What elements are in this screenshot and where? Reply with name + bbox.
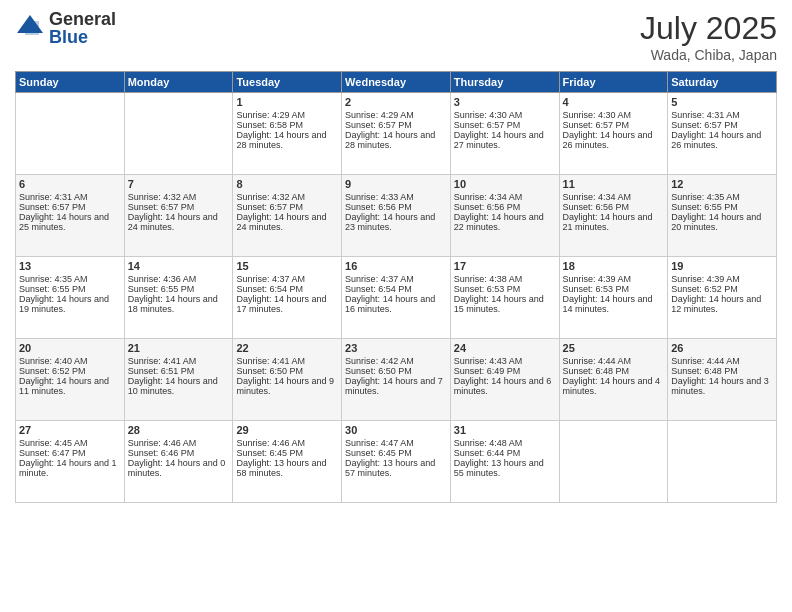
daylight-text: Daylight: 14 hours and 0 minutes. <box>128 458 230 478</box>
calendar-cell: 21Sunrise: 4:41 AMSunset: 6:51 PMDayligh… <box>124 339 233 421</box>
calendar-cell: 29Sunrise: 4:46 AMSunset: 6:45 PMDayligh… <box>233 421 342 503</box>
sunset-text: Sunset: 6:56 PM <box>563 202 665 212</box>
calendar-cell: 7Sunrise: 4:32 AMSunset: 6:57 PMDaylight… <box>124 175 233 257</box>
sunrise-text: Sunrise: 4:33 AM <box>345 192 447 202</box>
calendar-week-5: 27Sunrise: 4:45 AMSunset: 6:47 PMDayligh… <box>16 421 777 503</box>
sunrise-text: Sunrise: 4:42 AM <box>345 356 447 366</box>
day-number: 11 <box>563 178 665 190</box>
calendar-cell: 15Sunrise: 4:37 AMSunset: 6:54 PMDayligh… <box>233 257 342 339</box>
sunrise-text: Sunrise: 4:46 AM <box>236 438 338 448</box>
day-number: 27 <box>19 424 121 436</box>
sunset-text: Sunset: 6:53 PM <box>563 284 665 294</box>
day-number: 30 <box>345 424 447 436</box>
sunset-text: Sunset: 6:45 PM <box>236 448 338 458</box>
sunset-text: Sunset: 6:58 PM <box>236 120 338 130</box>
sunrise-text: Sunrise: 4:30 AM <box>454 110 556 120</box>
sunrise-text: Sunrise: 4:31 AM <box>19 192 121 202</box>
day-number: 31 <box>454 424 556 436</box>
sunset-text: Sunset: 6:53 PM <box>454 284 556 294</box>
day-header-monday: Monday <box>124 72 233 93</box>
svg-marker-1 <box>25 21 39 35</box>
calendar-cell: 19Sunrise: 4:39 AMSunset: 6:52 PMDayligh… <box>668 257 777 339</box>
day-number: 17 <box>454 260 556 272</box>
day-number: 9 <box>345 178 447 190</box>
calendar-cell: 5Sunrise: 4:31 AMSunset: 6:57 PMDaylight… <box>668 93 777 175</box>
daylight-text: Daylight: 14 hours and 24 minutes. <box>236 212 338 232</box>
day-header-thursday: Thursday <box>450 72 559 93</box>
day-header-sunday: Sunday <box>16 72 125 93</box>
page: General Blue July 2025 Wada, Chiba, Japa… <box>0 0 792 612</box>
calendar-cell: 24Sunrise: 4:43 AMSunset: 6:49 PMDayligh… <box>450 339 559 421</box>
calendar-cell: 23Sunrise: 4:42 AMSunset: 6:50 PMDayligh… <box>342 339 451 421</box>
sunrise-text: Sunrise: 4:41 AM <box>128 356 230 366</box>
daylight-text: Daylight: 14 hours and 23 minutes. <box>345 212 447 232</box>
sunset-text: Sunset: 6:57 PM <box>128 202 230 212</box>
daylight-text: Daylight: 14 hours and 15 minutes. <box>454 294 556 314</box>
sunset-text: Sunset: 6:45 PM <box>345 448 447 458</box>
day-number: 22 <box>236 342 338 354</box>
daylight-text: Daylight: 14 hours and 1 minute. <box>19 458 121 478</box>
header: General Blue July 2025 Wada, Chiba, Japa… <box>15 10 777 63</box>
calendar-cell <box>668 421 777 503</box>
daylight-text: Daylight: 14 hours and 10 minutes. <box>128 376 230 396</box>
day-number: 29 <box>236 424 338 436</box>
calendar-cell: 13Sunrise: 4:35 AMSunset: 6:55 PMDayligh… <box>16 257 125 339</box>
daylight-text: Daylight: 14 hours and 24 minutes. <box>128 212 230 232</box>
day-number: 21 <box>128 342 230 354</box>
day-header-saturday: Saturday <box>668 72 777 93</box>
daylight-text: Daylight: 14 hours and 17 minutes. <box>236 294 338 314</box>
calendar-cell <box>16 93 125 175</box>
sunrise-text: Sunrise: 4:47 AM <box>345 438 447 448</box>
day-number: 25 <box>563 342 665 354</box>
daylight-text: Daylight: 14 hours and 19 minutes. <box>19 294 121 314</box>
daylight-text: Daylight: 14 hours and 3 minutes. <box>671 376 773 396</box>
sunset-text: Sunset: 6:57 PM <box>236 202 338 212</box>
sunset-text: Sunset: 6:54 PM <box>236 284 338 294</box>
sunrise-text: Sunrise: 4:40 AM <box>19 356 121 366</box>
sunset-text: Sunset: 6:54 PM <box>345 284 447 294</box>
day-header-tuesday: Tuesday <box>233 72 342 93</box>
calendar-cell: 18Sunrise: 4:39 AMSunset: 6:53 PMDayligh… <box>559 257 668 339</box>
daylight-text: Daylight: 13 hours and 55 minutes. <box>454 458 556 478</box>
sunrise-text: Sunrise: 4:32 AM <box>128 192 230 202</box>
logo-text: General Blue <box>49 10 116 46</box>
sunrise-text: Sunrise: 4:37 AM <box>236 274 338 284</box>
calendar-cell: 27Sunrise: 4:45 AMSunset: 6:47 PMDayligh… <box>16 421 125 503</box>
sunset-text: Sunset: 6:57 PM <box>671 120 773 130</box>
logo-icon <box>15 13 45 43</box>
calendar-week-1: 1Sunrise: 4:29 AMSunset: 6:58 PMDaylight… <box>16 93 777 175</box>
calendar-cell: 30Sunrise: 4:47 AMSunset: 6:45 PMDayligh… <box>342 421 451 503</box>
sunrise-text: Sunrise: 4:29 AM <box>236 110 338 120</box>
sunrise-text: Sunrise: 4:29 AM <box>345 110 447 120</box>
day-number: 19 <box>671 260 773 272</box>
calendar-cell: 22Sunrise: 4:41 AMSunset: 6:50 PMDayligh… <box>233 339 342 421</box>
calendar-cell <box>559 421 668 503</box>
daylight-text: Daylight: 14 hours and 14 minutes. <box>563 294 665 314</box>
sunrise-text: Sunrise: 4:38 AM <box>454 274 556 284</box>
sunset-text: Sunset: 6:51 PM <box>128 366 230 376</box>
day-number: 16 <box>345 260 447 272</box>
calendar-cell: 1Sunrise: 4:29 AMSunset: 6:58 PMDaylight… <box>233 93 342 175</box>
calendar-cell: 25Sunrise: 4:44 AMSunset: 6:48 PMDayligh… <box>559 339 668 421</box>
sunrise-text: Sunrise: 4:41 AM <box>236 356 338 366</box>
sunset-text: Sunset: 6:55 PM <box>671 202 773 212</box>
daylight-text: Daylight: 14 hours and 22 minutes. <box>454 212 556 232</box>
calendar-cell: 9Sunrise: 4:33 AMSunset: 6:56 PMDaylight… <box>342 175 451 257</box>
day-number: 13 <box>19 260 121 272</box>
sunrise-text: Sunrise: 4:35 AM <box>671 192 773 202</box>
daylight-text: Daylight: 14 hours and 4 minutes. <box>563 376 665 396</box>
day-header-wednesday: Wednesday <box>342 72 451 93</box>
sunset-text: Sunset: 6:55 PM <box>128 284 230 294</box>
calendar-cell: 26Sunrise: 4:44 AMSunset: 6:48 PMDayligh… <box>668 339 777 421</box>
sunset-text: Sunset: 6:44 PM <box>454 448 556 458</box>
day-number: 3 <box>454 96 556 108</box>
daylight-text: Daylight: 14 hours and 25 minutes. <box>19 212 121 232</box>
daylight-text: Daylight: 14 hours and 21 minutes. <box>563 212 665 232</box>
calendar: SundayMondayTuesdayWednesdayThursdayFrid… <box>15 71 777 503</box>
sunset-text: Sunset: 6:50 PM <box>236 366 338 376</box>
sunrise-text: Sunrise: 4:46 AM <box>128 438 230 448</box>
day-number: 2 <box>345 96 447 108</box>
day-number: 20 <box>19 342 121 354</box>
logo-blue: Blue <box>49 28 116 46</box>
sunset-text: Sunset: 6:57 PM <box>454 120 556 130</box>
